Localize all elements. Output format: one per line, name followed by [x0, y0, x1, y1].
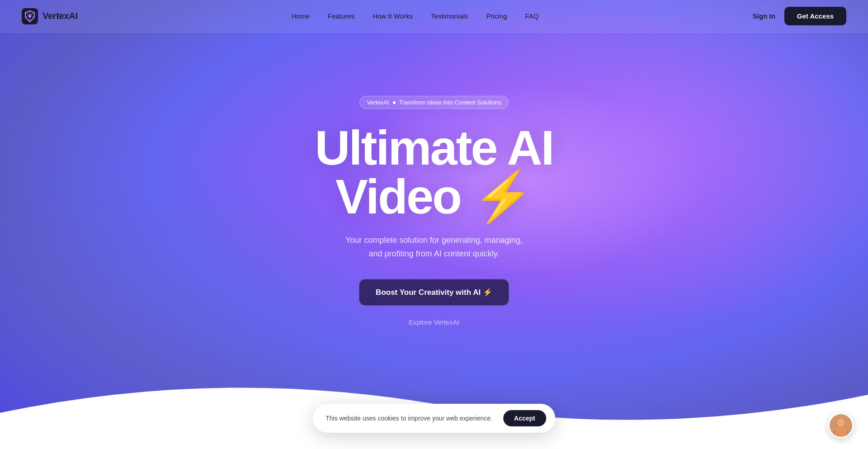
- logo-link[interactable]: VertexAI: [22, 8, 78, 24]
- badge-tagline: Transform Ideas Into Content Solutions: [399, 99, 501, 106]
- hero-content: VertexAI Transform Ideas Into Content So…: [315, 96, 553, 326]
- cookie-message: This website uses cookies to improve you…: [326, 415, 492, 422]
- signin-button[interactable]: Sign In: [753, 12, 775, 20]
- nav-links: Home Features How It Works Testimonials …: [292, 12, 539, 20]
- svg-point-5: [837, 418, 845, 427]
- hero-section: VertexAI Transform Ideas Into Content So…: [0, 0, 868, 449]
- hero-title-line1: Ultimate AI: [315, 120, 553, 175]
- nav-home[interactable]: Home: [292, 12, 310, 20]
- hero-title-line2: Video ⚡: [335, 169, 533, 224]
- cookie-accept-button[interactable]: Accept: [503, 410, 546, 426]
- hero-title: Ultimate AI Video ⚡: [315, 123, 553, 221]
- nav-testimonials[interactable]: Testimonials: [431, 12, 468, 20]
- cookie-banner: This website uses cookies to improve you…: [313, 404, 555, 433]
- hero-badge: VertexAI Transform Ideas Into Content So…: [359, 96, 509, 109]
- explore-link[interactable]: Explore VertexAI: [409, 318, 459, 326]
- nav-faq[interactable]: FAQ: [525, 12, 538, 20]
- navbar: VertexAI Home Features How It Works Test…: [0, 0, 868, 33]
- avatar-badge[interactable]: [828, 413, 854, 438]
- logo-text: VertexAI: [42, 11, 78, 21]
- nav-pricing[interactable]: Pricing: [486, 12, 507, 20]
- hero-cta-button[interactable]: Boost Your Creativity with AI ⚡: [359, 279, 509, 306]
- badge-dot: [393, 101, 396, 104]
- nav-features[interactable]: Features: [328, 12, 354, 20]
- logo-icon: [22, 8, 38, 24]
- nav-how-it-works[interactable]: How It Works: [373, 12, 413, 20]
- badge-brand: VertexAI: [367, 99, 389, 106]
- get-access-button[interactable]: Get Access: [784, 7, 846, 25]
- svg-point-1: [28, 15, 31, 18]
- nav-actions: Sign In Get Access: [753, 7, 846, 25]
- hero-subtitle: Your complete solution for generating, m…: [344, 234, 524, 260]
- avatar-icon: [830, 414, 852, 437]
